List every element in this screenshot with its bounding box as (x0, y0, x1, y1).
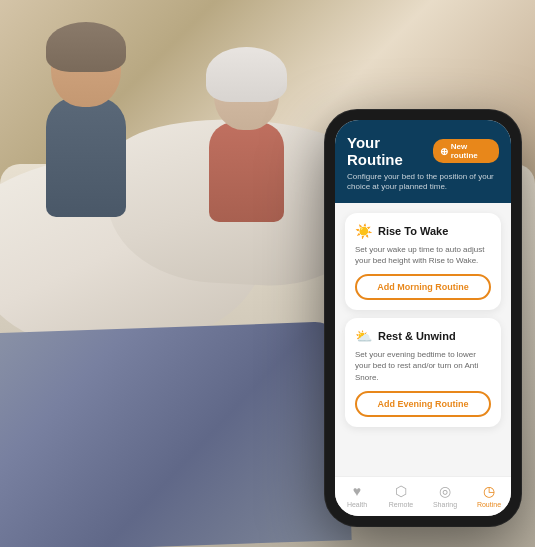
person-woman (171, 55, 321, 222)
morning-card-description: Set your wake up time to auto adjust you… (355, 244, 491, 266)
app-header: Your Routine ⊕ New routine Configure you… (335, 120, 511, 203)
bottom-navigation: ♥ Health ⬡ Remote ◎ Sharing ◷ Routine (335, 476, 511, 516)
phone-frame: Your Routine ⊕ New routine Configure you… (325, 110, 521, 526)
evening-routine-card: ⛅ Rest & Unwind Set your evening bedtime… (345, 318, 501, 427)
morning-routine-card: ☀️ Rise To Wake Set your wake up time to… (345, 213, 501, 310)
new-routine-label: New routine (451, 142, 492, 160)
add-morning-routine-button[interactable]: Add Morning Routine (355, 274, 491, 300)
remote-icon: ⬡ (395, 483, 407, 499)
sun-icon: ☀️ (355, 223, 372, 239)
content-area: ☀️ Rise To Wake Set your wake up time to… (335, 203, 511, 476)
routine-icon: ◷ (483, 483, 495, 499)
add-evening-routine-button[interactable]: Add Evening Routine (355, 391, 491, 417)
morning-card-title: Rise To Wake (378, 225, 448, 237)
new-routine-button[interactable]: ⊕ New routine (433, 139, 499, 163)
header-subtitle: Configure your bed to the position of yo… (347, 172, 499, 193)
plus-icon: ⊕ (440, 146, 448, 157)
evening-card-title: Rest & Unwind (378, 330, 456, 342)
nav-label-remote: Remote (389, 501, 414, 508)
blanket (0, 321, 351, 547)
nav-item-routine[interactable]: ◷ Routine (467, 483, 511, 508)
page-title: Your Routine (347, 134, 433, 168)
sharing-icon: ◎ (439, 483, 451, 499)
nav-label-health: Health (347, 501, 367, 508)
health-icon: ♥ (353, 483, 361, 499)
nav-label-sharing: Sharing (433, 501, 457, 508)
cloud-icon: ⛅ (355, 328, 372, 344)
phone-mockup: Your Routine ⊕ New routine Configure you… (325, 110, 525, 530)
nav-item-health[interactable]: ♥ Health (335, 483, 379, 508)
evening-card-description: Set your evening bedtime to lower your b… (355, 349, 491, 383)
nav-label-routine: Routine (477, 501, 501, 508)
nav-item-remote[interactable]: ⬡ Remote (379, 483, 423, 508)
phone-screen: Your Routine ⊕ New routine Configure you… (335, 120, 511, 516)
nav-item-sharing[interactable]: ◎ Sharing (423, 483, 467, 508)
